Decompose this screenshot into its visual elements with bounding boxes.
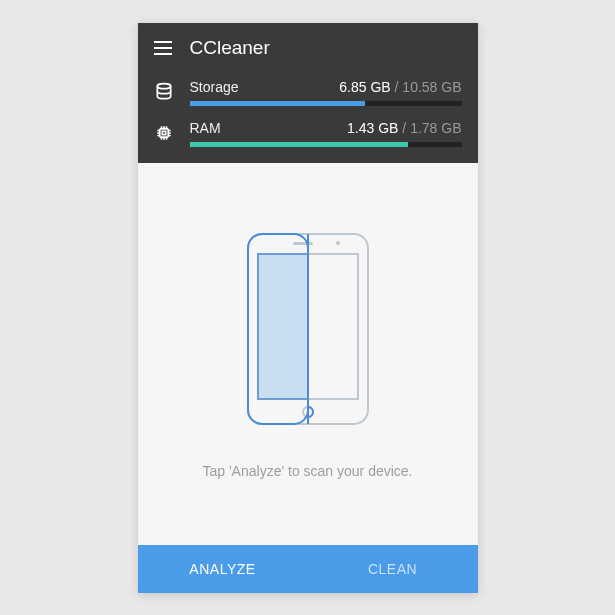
ram-body: RAM 1.43 GB / 1.78 GB [190,120,462,147]
storage-body: Storage 6.85 GB / 10.58 GB [190,79,462,106]
app-title: CCleaner [190,37,270,59]
content-area: Tap 'Analyze' to scan your device. [138,163,478,545]
storage-used: 6.85 GB [339,79,390,95]
app-window: CCleaner Storage 6.85 GB / 10.58 GB [138,23,478,593]
svg-point-0 [157,84,170,89]
ram-total: 1.78 GB [410,120,461,136]
storage-icon [154,82,174,102]
ram-values: 1.43 GB / 1.78 GB [347,120,461,136]
storage-metric[interactable]: Storage 6.85 GB / 10.58 GB [154,79,462,106]
storage-total: 10.58 GB [402,79,461,95]
storage-bar-fill [190,101,366,106]
ram-bar-fill [190,142,408,147]
ram-used: 1.43 GB [347,120,398,136]
header: CCleaner Storage 6.85 GB / 10.58 GB [138,23,478,163]
analyze-button[interactable]: ANALYZE [138,545,308,593]
storage-label: Storage [190,79,239,95]
storage-bar [190,101,462,106]
footer-bar: ANALYZE CLEAN [138,545,478,593]
menu-icon[interactable] [154,41,172,55]
phone-illustration [243,229,373,433]
chip-icon [154,123,174,143]
svg-rect-1 [159,129,167,137]
svg-rect-2 [162,131,165,134]
ram-label: RAM [190,120,221,136]
ram-metric[interactable]: RAM 1.43 GB / 1.78 GB [154,120,462,147]
svg-point-19 [336,241,340,245]
clean-button[interactable]: CLEAN [308,545,478,593]
ram-bar [190,142,462,147]
hint-text: Tap 'Analyze' to scan your device. [202,463,412,479]
titlebar: CCleaner [154,37,462,59]
svg-rect-21 [258,254,308,399]
storage-values: 6.85 GB / 10.58 GB [339,79,461,95]
svg-rect-18 [293,242,313,245]
